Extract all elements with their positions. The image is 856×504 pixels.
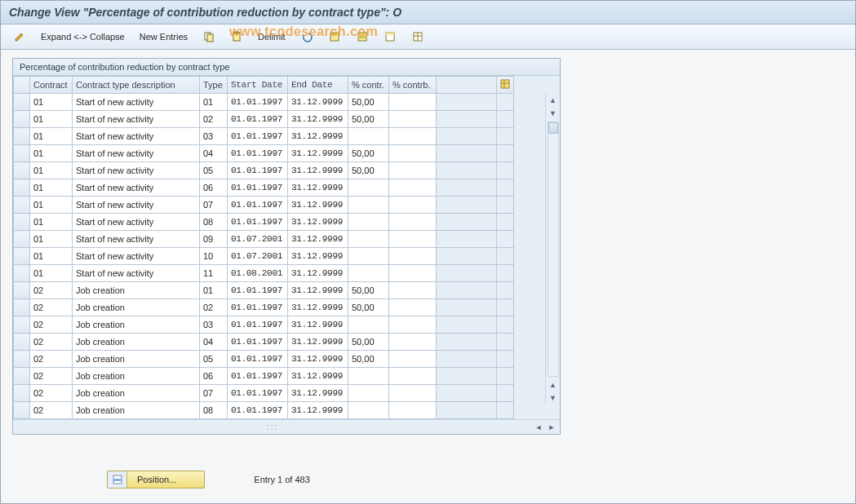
cell-pct2[interactable] (389, 316, 437, 334)
cell-start[interactable]: 01.01.1997 (228, 94, 288, 111)
cell-type[interactable]: 07 (200, 385, 228, 402)
cell-type[interactable]: 10 (200, 248, 228, 265)
cell-pct2[interactable] (389, 145, 437, 162)
row-selector[interactable] (14, 282, 30, 299)
table-row[interactable]: 02Job creation0101.01.199731.12.999950,0… (14, 282, 514, 299)
cell-contract[interactable]: 02 (30, 402, 73, 419)
cell-start[interactable]: 01.01.1997 (228, 179, 288, 197)
cell-end[interactable]: 31.12.9999 (288, 368, 348, 385)
cell-end[interactable]: 31.12.9999 (288, 145, 348, 162)
col-desc[interactable]: Contract type description (73, 77, 200, 94)
cell-start[interactable]: 01.01.1997 (228, 351, 288, 368)
table-row[interactable]: 01Start of new activity1001.07.200131.12… (14, 248, 514, 265)
cell-desc[interactable]: Job creation (73, 402, 200, 419)
col-type[interactable]: Type (200, 77, 228, 94)
scroll-right-icon[interactable]: ► (545, 423, 558, 431)
cell-pct2[interactable] (389, 402, 437, 419)
table-row[interactable]: 01Start of new activity1101.08.200131.12… (14, 265, 514, 282)
cell-desc[interactable]: Start of new activity (73, 111, 200, 128)
cell-pct1[interactable] (348, 368, 389, 385)
cell-start[interactable]: 01.01.1997 (228, 111, 288, 128)
table-row[interactable]: 01Start of new activity0401.01.199731.12… (14, 145, 514, 162)
cell-desc[interactable]: Start of new activity (73, 265, 200, 282)
cell-pct1[interactable]: 50,00 (348, 111, 389, 128)
cell-type[interactable]: 03 (200, 128, 228, 145)
cell-contract[interactable]: 02 (30, 316, 73, 334)
cell-pct1[interactable]: 50,00 (348, 351, 389, 368)
row-selector[interactable] (14, 111, 30, 128)
cell-contract[interactable]: 02 (30, 334, 73, 351)
cell-start[interactable]: 01.01.1997 (228, 197, 288, 214)
cell-type[interactable]: 11 (200, 265, 228, 282)
copy-as-button[interactable] (224, 28, 249, 46)
cell-start[interactable]: 01.07.2001 (228, 231, 288, 248)
row-selector[interactable] (14, 351, 30, 368)
select-block-button[interactable] (350, 28, 375, 46)
cell-end[interactable]: 31.12.9999 (288, 214, 348, 231)
cell-start[interactable]: 01.01.1997 (228, 385, 288, 402)
cell-pct2[interactable] (389, 162, 437, 179)
col-pct1[interactable]: % contr. (348, 77, 389, 94)
table-row[interactable]: 01Start of new activity0501.01.199731.12… (14, 162, 514, 179)
row-selector[interactable] (14, 231, 30, 248)
cell-pct2[interactable] (389, 368, 437, 385)
cell-pct2[interactable] (389, 128, 437, 145)
cell-start[interactable]: 01.07.2001 (228, 248, 288, 265)
table-row[interactable]: 01Start of new activity0701.01.199731.12… (14, 197, 514, 214)
toggle-change-button[interactable] (7, 28, 32, 46)
cell-pct2[interactable] (389, 214, 437, 231)
cell-start[interactable]: 01.01.1997 (228, 162, 288, 179)
scroll-track[interactable] (548, 122, 559, 377)
cell-type[interactable]: 04 (200, 334, 228, 351)
cell-pct2[interactable] (389, 94, 437, 111)
row-selector[interactable] (14, 128, 30, 145)
vertical-scrollbar[interactable]: ▲ ▼ ▲ ▼ (545, 94, 560, 405)
scroll-left-icon[interactable]: ◄ (532, 423, 545, 431)
cell-pct2[interactable] (389, 231, 437, 248)
cell-end[interactable]: 31.12.9999 (288, 231, 348, 248)
cell-pct1[interactable] (348, 128, 389, 145)
cell-type[interactable]: 02 (200, 299, 228, 316)
table-row[interactable]: 02Job creation0801.01.199731.12.9999 (14, 402, 514, 419)
cell-contract[interactable]: 01 (30, 94, 73, 111)
cell-contract[interactable]: 02 (30, 299, 73, 316)
data-grid[interactable]: Contract Contract type description Type … (13, 76, 514, 419)
cell-pct1[interactable]: 50,00 (348, 282, 389, 299)
cell-pct2[interactable] (389, 179, 437, 197)
cell-type[interactable]: 01 (200, 282, 228, 299)
table-row[interactable]: 02Job creation0701.01.199731.12.9999 (14, 385, 514, 402)
scroll-up-small-icon[interactable]: ▲ (549, 378, 557, 391)
cell-desc[interactable]: Job creation (73, 351, 200, 368)
cell-end[interactable]: 31.12.9999 (288, 94, 348, 111)
cell-contract[interactable]: 01 (30, 248, 73, 265)
table-row[interactable]: 01Start of new activity0801.01.199731.12… (14, 214, 514, 231)
cell-desc[interactable]: Start of new activity (73, 197, 200, 214)
cell-contract[interactable]: 01 (30, 162, 73, 179)
row-selector[interactable] (14, 94, 30, 111)
delimit-button[interactable]: Delimit (252, 28, 291, 46)
cell-desc[interactable]: Start of new activity (73, 179, 200, 197)
cell-pct1[interactable]: 50,00 (348, 334, 389, 351)
cell-start[interactable]: 01.01.1997 (228, 214, 288, 231)
row-selector[interactable] (14, 265, 30, 282)
cell-pct2[interactable] (389, 265, 437, 282)
cell-contract[interactable]: 02 (30, 368, 73, 385)
cell-pct1[interactable] (348, 214, 389, 231)
row-selector[interactable] (14, 214, 30, 231)
cell-start[interactable]: 01.01.1997 (228, 368, 288, 385)
cell-type[interactable]: 07 (200, 197, 228, 214)
cell-type[interactable]: 05 (200, 351, 228, 368)
cell-pct1[interactable] (348, 231, 389, 248)
table-row[interactable]: 02Job creation0501.01.199731.12.999950,0… (14, 351, 514, 368)
undo-button[interactable] (295, 28, 319, 46)
table-row[interactable]: 02Job creation0201.01.199731.12.999950,0… (14, 299, 514, 316)
copy-button[interactable] (197, 28, 221, 46)
cell-type[interactable]: 08 (200, 214, 228, 231)
cell-pct2[interactable] (389, 334, 437, 351)
cell-end[interactable]: 31.12.9999 (288, 128, 348, 145)
cell-type[interactable]: 05 (200, 162, 228, 179)
scroll-thumb[interactable] (548, 122, 558, 134)
cell-contract[interactable]: 01 (30, 214, 73, 231)
col-start[interactable]: Start Date (228, 77, 288, 94)
cell-contract[interactable]: 01 (30, 128, 73, 145)
